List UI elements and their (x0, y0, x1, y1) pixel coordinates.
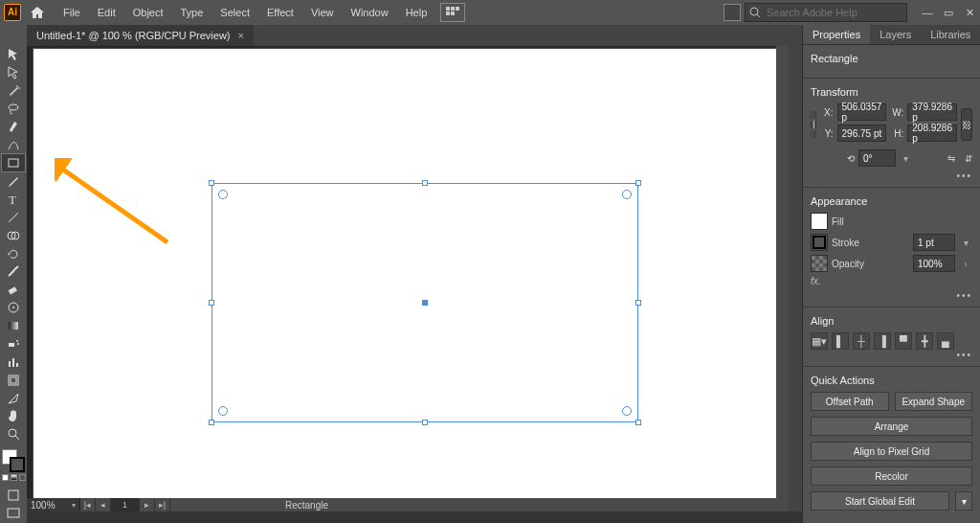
selection-handle[interactable] (422, 180, 428, 186)
global-edit-menu-icon[interactable]: ▾ (955, 491, 972, 511)
btn-offset-path[interactable]: Offset Path (811, 392, 889, 411)
corner-radius-handle[interactable] (622, 190, 632, 199)
transform-options-icon[interactable]: ••• (956, 171, 972, 181)
corner-radius-handle[interactable] (218, 406, 228, 416)
link-wh-icon[interactable]: ⛓ (961, 108, 972, 141)
menu-object[interactable]: Object (125, 3, 171, 22)
align-bottom-icon[interactable]: ▄ (937, 332, 954, 350)
input-y[interactable]: 296.75 pt (837, 125, 887, 142)
panel-dock-strip[interactable] (789, 46, 802, 512)
window-close-icon[interactable]: ✕ (963, 7, 976, 19)
selection-handle[interactable] (209, 300, 214, 306)
next-artboard-icon[interactable]: ▸ (140, 498, 155, 512)
tab-properties[interactable]: Properties (803, 25, 870, 44)
corner-radius-handle[interactable] (622, 406, 632, 416)
tool-selection[interactable] (2, 46, 25, 63)
input-stroke-weight[interactable]: 1 pt (913, 234, 955, 251)
align-to-icon[interactable]: ▦▾ (811, 332, 828, 350)
menu-file[interactable]: File (56, 3, 88, 22)
align-vcenter-icon[interactable]: ╋ (916, 332, 933, 350)
align-options-icon[interactable]: ••• (956, 350, 972, 360)
selection-handle[interactable] (209, 180, 214, 186)
selection-handle[interactable] (635, 180, 641, 186)
vertical-scrollbar[interactable] (776, 46, 789, 512)
artboard-number[interactable]: 1 (111, 498, 140, 512)
input-x[interactable]: 506.0357 p (837, 103, 887, 121)
menu-effect[interactable]: Effect (259, 3, 301, 22)
first-artboard-icon[interactable]: |◂ (80, 498, 96, 512)
selection-handle[interactable] (635, 420, 641, 425)
tab-layers[interactable]: Layers (870, 25, 921, 44)
selection-handle[interactable] (635, 300, 641, 306)
opacity-swatch[interactable] (811, 255, 828, 272)
stroke-swatch[interactable] (811, 234, 828, 251)
zoom-level[interactable]: 100% (27, 498, 80, 512)
close-icon[interactable]: × (238, 30, 244, 41)
selection-handle[interactable] (209, 420, 214, 425)
btn-start-global-edit[interactable]: Start Global Edit (811, 491, 949, 511)
tool-pen[interactable] (2, 119, 25, 136)
window-restore-icon[interactable]: ▭ (942, 7, 955, 19)
rotate-menu-icon[interactable]: ▾ (900, 153, 913, 164)
tool-lasso[interactable] (2, 101, 25, 118)
fill-stroke-control[interactable] (2, 449, 25, 472)
window-minimize-icon[interactable]: — (921, 7, 934, 19)
tool-type[interactable]: T (2, 191, 25, 208)
tool-gradient[interactable] (2, 317, 25, 334)
tool-line-segment[interactable] (2, 209, 25, 226)
draw-mode-icon[interactable] (2, 487, 25, 504)
fx-label[interactable]: fx. (811, 276, 821, 286)
btn-arrange[interactable]: Arrange (811, 417, 972, 436)
arrange-documents-icon[interactable] (724, 4, 741, 21)
tool-slice[interactable] (2, 390, 25, 407)
color-mode-gradient[interactable] (11, 474, 17, 481)
tool-rectangle[interactable] (2, 154, 25, 171)
tool-eraser[interactable] (2, 281, 25, 298)
stroke-menu-icon[interactable]: ▾ (959, 238, 972, 248)
btn-expand-shape[interactable]: Expand Shape (895, 392, 973, 411)
tool-curvature[interactable] (2, 136, 25, 153)
color-mode-solid[interactable] (2, 474, 9, 481)
home-icon[interactable] (25, 0, 50, 25)
menu-window[interactable]: Window (344, 3, 396, 22)
tool-paintbrush[interactable] (2, 172, 25, 190)
align-right-icon[interactable]: ▐ (874, 332, 891, 350)
document-tab[interactable]: Untitled-1* @ 100 % (RGB/CPU Preview) × (27, 25, 254, 46)
input-opacity[interactable]: 100% (913, 255, 955, 272)
selection-center[interactable] (422, 300, 428, 306)
corner-radius-handle[interactable] (218, 190, 228, 199)
prev-artboard-icon[interactable]: ◂ (96, 498, 111, 512)
tool-column-graph[interactable] (2, 353, 25, 371)
appearance-options-icon[interactable]: ••• (956, 290, 972, 301)
help-search-input[interactable] (765, 6, 906, 19)
align-hcenter-icon[interactable]: ┼ (853, 332, 870, 350)
reference-point-icon[interactable] (811, 111, 816, 138)
tool-direct-selection[interactable] (2, 64, 25, 81)
selected-rectangle[interactable] (212, 183, 638, 422)
opacity-more-icon[interactable]: › (959, 259, 972, 269)
tool-symbol-sprayer[interactable] (2, 335, 25, 352)
screen-mode-icon[interactable] (2, 505, 25, 522)
tab-libraries[interactable]: Libraries (921, 25, 980, 44)
btn-align-to-pixel-grid[interactable]: Align to Pixel Grid (811, 442, 972, 461)
selection-handle[interactable] (422, 420, 428, 425)
tool-artboard[interactable] (2, 372, 25, 389)
fill-swatch[interactable] (811, 213, 828, 230)
stroke-swatch[interactable] (10, 457, 25, 472)
tool-magic-wand[interactable] (2, 82, 25, 100)
align-top-icon[interactable]: ▀ (895, 332, 912, 350)
menu-edit[interactable]: Edit (90, 3, 123, 22)
tool-shape-builder[interactable] (2, 227, 25, 244)
tool-hand[interactable] (2, 408, 25, 425)
align-left-icon[interactable]: ▌ (832, 332, 849, 350)
tool-eyedropper[interactable] (2, 299, 25, 316)
help-search[interactable] (745, 3, 907, 22)
color-mode-none[interactable] (19, 474, 26, 481)
flip-vertical-icon[interactable]: ⇵ (965, 153, 972, 164)
input-w[interactable]: 379.9286 p (907, 103, 957, 121)
menu-view[interactable]: View (303, 3, 342, 22)
tool-zoom[interactable] (2, 425, 25, 443)
input-rotate[interactable]: 0° (858, 149, 896, 167)
input-h[interactable]: 208.9286 p (907, 125, 957, 142)
last-artboard-icon[interactable]: ▸| (155, 498, 170, 512)
